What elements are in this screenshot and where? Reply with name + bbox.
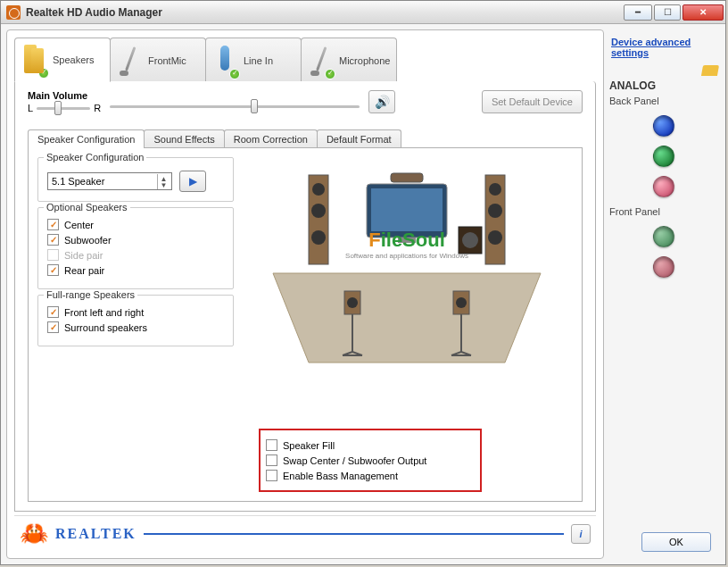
- check-badge-icon: [229, 69, 240, 79]
- watermark: FileSoul Software and applications for W…: [345, 229, 468, 260]
- folder-icon[interactable]: [701, 65, 719, 76]
- svg-rect-4: [391, 173, 423, 182]
- close-button[interactable]: ✕: [682, 4, 724, 21]
- tab-frontmic[interactable]: FrontMic: [110, 38, 206, 82]
- tab-label: Microphone: [339, 55, 390, 66]
- jack-green[interactable]: [653, 146, 674, 167]
- svg-marker-0: [273, 273, 541, 363]
- svg-point-12: [488, 230, 502, 245]
- set-default-button[interactable]: Set Default Device: [482, 90, 583, 113]
- balance-slider[interactable]: [37, 107, 90, 110]
- checkbox-swap-center-sub[interactable]: Swap Center / Subwoofer Output: [266, 454, 426, 466]
- maximize-button[interactable]: ☐: [654, 4, 681, 21]
- speaker-config-fieldset: Speaker Configuration 5.1 Speaker ▲▼ ▶: [37, 157, 234, 202]
- svg-point-7: [311, 204, 326, 218]
- brand-bar: 🦀 REALTEK i: [14, 515, 596, 551]
- window-title: Realtek HD Audio Manager: [26, 6, 622, 19]
- checkbox-bass-mgmt[interactable]: Enable Bass Management: [266, 470, 426, 481]
- analog-heading: ANALOG: [609, 79, 718, 92]
- balance-block: Main Volume L R: [28, 90, 101, 113]
- jack-front-green[interactable]: [653, 226, 674, 247]
- combo-value: 5.1 Speaker: [52, 176, 104, 187]
- tab-linein[interactable]: Line In: [205, 38, 302, 82]
- ok-button[interactable]: OK: [641, 532, 711, 552]
- checkbox-subwoofer[interactable]: Subwoofer: [47, 234, 224, 246]
- brand-divider: [144, 533, 564, 535]
- svg-point-22: [456, 297, 467, 308]
- fullrange-speakers-fieldset: Full-range Speakers Front left and right…: [37, 295, 234, 346]
- svg-point-16: [347, 297, 358, 308]
- speaker-diagram: [255, 157, 558, 380]
- tab-label: FrontMic: [148, 55, 186, 66]
- tab-speakers[interactable]: Speakers: [14, 38, 111, 82]
- jack-pink[interactable]: [653, 176, 674, 197]
- inner-body: Speaker Configuration 5.1 Speaker ▲▼ ▶ O…: [28, 147, 583, 502]
- checkbox-icon: [47, 321, 59, 333]
- check-badge-icon: [38, 68, 49, 79]
- checkbox-icon: [47, 234, 59, 246]
- tab-label: Speakers: [53, 54, 94, 65]
- checkbox-icon: [47, 249, 59, 261]
- balance-right-label: R: [94, 103, 101, 113]
- back-panel-label: Back Panel: [609, 96, 718, 106]
- check-badge-icon: [325, 69, 335, 79]
- main-volume-row: Main Volume L R 🔊 Set Default Device: [28, 90, 583, 113]
- fieldset-legend: Speaker Configuration: [44, 152, 146, 163]
- svg-rect-2: [371, 188, 443, 231]
- main-volume-label: Main Volume: [28, 90, 101, 101]
- jack-front-pink[interactable]: [653, 256, 674, 278]
- slider-thumb[interactable]: [251, 99, 258, 113]
- highlight-box: Speaker Fill Swap Center / Subwoofer Out…: [259, 429, 482, 492]
- spinner-icon[interactable]: ▲▼: [157, 174, 170, 189]
- speakers-icon: [21, 43, 49, 77]
- tab-content: Main Volume L R 🔊 Set Default Device: [14, 81, 596, 512]
- app-icon: [6, 5, 21, 20]
- mic-icon: [116, 44, 145, 78]
- linein-icon: [211, 44, 240, 78]
- device-advanced-link[interactable]: Device advanced settings: [609, 33, 718, 62]
- speaker-config-combo[interactable]: 5.1 Speaker ▲▼: [47, 172, 172, 190]
- front-panel-label: Front Panel: [609, 206, 718, 217]
- tab-default-format[interactable]: Default Format: [317, 129, 401, 148]
- svg-point-6: [312, 183, 325, 196]
- titlebar[interactable]: Realtek HD Audio Manager ━ ☐ ✕: [1, 1, 725, 24]
- checkbox-icon: [47, 264, 59, 276]
- checkbox-rearpair[interactable]: Rear pair: [47, 264, 224, 276]
- checkbox-icon: [47, 219, 59, 230]
- inner-tabs: Speaker Configuration Sound Effects Room…: [28, 129, 583, 148]
- checkbox-surround[interactable]: Surround speakers: [47, 321, 224, 333]
- fieldset-legend: Optional Speakers: [44, 202, 130, 213]
- tab-sound-effects[interactable]: Sound Effects: [144, 129, 224, 148]
- checkbox-sidepair: Side pair: [47, 249, 224, 261]
- checkbox-front-lr[interactable]: Front left and right: [47, 306, 224, 318]
- left-controls: Speaker Configuration 5.1 Speaker ▲▼ ▶ O…: [37, 157, 234, 492]
- fieldset-legend: Full-range Speakers: [44, 289, 137, 300]
- side-panel: Device advanced settings ANALOG Back Pan…: [608, 29, 720, 559]
- optional-speakers-fieldset: Optional Speakers Center Subwoofer Side …: [37, 207, 234, 289]
- minimize-button[interactable]: ━: [624, 4, 652, 21]
- checkbox-speaker-fill[interactable]: Speaker Fill: [266, 439, 426, 451]
- info-button[interactable]: i: [571, 524, 591, 544]
- play-button[interactable]: ▶: [179, 171, 206, 192]
- mic-icon: [307, 44, 335, 78]
- brand-text: REALTEK: [55, 526, 136, 542]
- mute-button[interactable]: 🔊: [368, 90, 395, 113]
- content-area: Speakers FrontMic Line In Microphone: [1, 24, 725, 564]
- tab-room-correction[interactable]: Room Correction: [224, 129, 318, 148]
- checkbox-center[interactable]: Center: [47, 219, 224, 230]
- tab-speaker-configuration[interactable]: Speaker Configuration: [28, 129, 145, 148]
- balance-left-label: L: [28, 103, 33, 113]
- svg-point-11: [488, 204, 502, 218]
- svg-point-10: [489, 183, 501, 196]
- checkbox-icon: [47, 306, 59, 318]
- jack-blue[interactable]: [653, 115, 674, 137]
- tab-microphone[interactable]: Microphone: [301, 38, 397, 82]
- svg-point-8: [311, 230, 326, 245]
- checkbox-icon: [266, 454, 277, 466]
- slider-thumb[interactable]: [54, 101, 62, 115]
- main-panel: Speakers FrontMic Line In Microphone: [6, 29, 604, 559]
- checkbox-icon: [266, 439, 277, 451]
- tab-label: Line In: [244, 55, 273, 66]
- volume-slider[interactable]: [110, 105, 360, 108]
- device-tabs: Speakers FrontMic Line In Microphone: [14, 38, 596, 82]
